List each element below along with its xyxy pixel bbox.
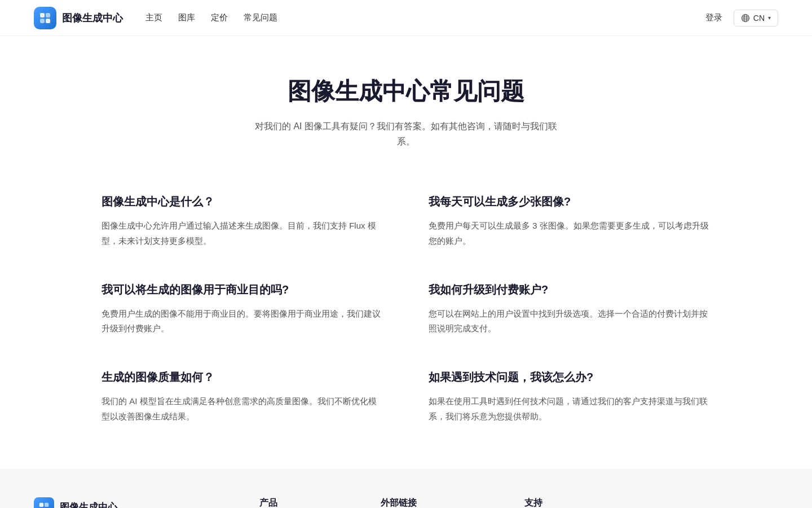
footer-col-support-title: 支持 (524, 497, 589, 508)
svg-rect-0 (40, 13, 45, 17)
footer-brand: 图像生成中心 使用 AI 创建无限视觉，只需输入您的想法，即可在几秒内生成独特且… (34, 497, 226, 508)
hero-description: 对我们的 AI 图像工具有疑问？我们有答案。如有其他咨询，请随时与我们联系。 (248, 119, 564, 149)
svg-rect-1 (46, 13, 50, 17)
faq-section: 图像生成中心是什么？ 图像生成中心允许用户通过输入描述来生成图像。目前，我们支持… (68, 183, 744, 469)
nav-right: 登录 CN ▾ (705, 10, 778, 27)
nav-links: 主页 图库 定价 常见问题 (145, 12, 277, 23)
faq-question-5: 如果遇到技术问题，我该怎么办? (429, 370, 710, 385)
faq-item-5: 如果遇到技术问题，我该怎么办? 如果在使用工具时遇到任何技术问题，请通过我们的客… (429, 370, 710, 424)
nav-gallery[interactable]: 图库 (178, 12, 195, 23)
faq-question-2: 我可以将生成的图像用于商业目的吗? (102, 282, 383, 297)
logo: 图像生成中心 (34, 7, 123, 29)
footer-col-external-title: 外部链接 (381, 497, 479, 508)
faq-question-1: 我每天可以生成多少张图像? (429, 194, 710, 209)
svg-rect-10 (45, 503, 48, 507)
faq-answer-2: 免费用户生成的图像不能用于商业目的。要将图像用于商业用途，我们建议升级到付费账户… (102, 306, 383, 336)
faq-answer-1: 免费用户每天可以生成最多 3 张图像。如果您需要更多生成，可以考虑升级您的账户。 (429, 218, 710, 248)
faq-question-0: 图像生成中心是什么？ (102, 194, 383, 209)
nav-faq[interactable]: 常见问题 (244, 12, 277, 23)
globe-icon (741, 14, 750, 23)
faq-item-1: 我每天可以生成多少张图像? 免费用户每天可以生成最多 3 张图像。如果您需要更多… (429, 194, 710, 248)
login-button[interactable]: 登录 (705, 12, 722, 23)
footer-logo-text: 图像生成中心 (60, 501, 117, 508)
faq-item-2: 我可以将生成的图像用于商业目的吗? 免费用户生成的图像不能用于商业目的。要将图像… (102, 282, 383, 336)
faq-item-3: 我如何升级到付费账户? 您可以在网站上的用户设置中找到升级选项。选择一个合适的付… (429, 282, 710, 336)
nav-home[interactable]: 主页 (145, 12, 162, 23)
hero-title: 图像生成中心常见问题 (11, 76, 801, 107)
logo-icon (34, 7, 56, 29)
nav-pricing[interactable]: 定价 (211, 12, 228, 23)
hero-section: 图像生成中心常见问题 对我们的 AI 图像工具有疑问？我们有答案。如有其他咨询，… (0, 36, 812, 183)
nav-left: 图像生成中心 主页 图库 定价 常见问题 (34, 7, 277, 29)
svg-rect-3 (46, 19, 50, 23)
faq-answer-5: 如果在使用工具时遇到任何技术问题，请通过我们的客户支持渠道与我们联系，我们将乐意… (429, 394, 710, 424)
faq-answer-4: 我们的 AI 模型旨在生成满足各种创意需求的高质量图像。我们不断优化模型以改善图… (102, 394, 383, 424)
footer: 图像生成中心 使用 AI 创建无限视觉，只需输入您的想法，即可在几秒内生成独特且… (0, 469, 812, 508)
faq-question-3: 我如何升级到付费账户? (429, 282, 710, 297)
svg-rect-2 (40, 19, 45, 23)
language-selector[interactable]: CN ▾ (734, 10, 778, 27)
navbar: 图像生成中心 主页 图库 定价 常见问题 登录 CN ▾ (0, 0, 812, 36)
footer-col-support: 支持 隐私政策 服务条款 lyqtzs@gmail.com (524, 497, 589, 508)
footer-col-external: 外部链接 AI Nav Hub Tools Directory Random A… (381, 497, 479, 508)
faq-answer-0: 图像生成中心允许用户通过输入描述来生成图像。目前，我们支持 Flux 模型，未来… (102, 218, 383, 248)
svg-rect-9 (39, 503, 43, 507)
footer-columns: 产品 Image Generator Hub 外部链接 AI Nav Hub T… (259, 497, 778, 508)
faq-item-0: 图像生成中心是什么？ 图像生成中心允许用户通过输入描述来生成图像。目前，我们支持… (102, 194, 383, 248)
footer-logo-icon (34, 497, 54, 508)
faq-question-4: 生成的图像质量如何？ (102, 370, 383, 385)
faq-answer-3: 您可以在网站上的用户设置中找到升级选项。选择一个合适的付费计划并按照说明完成支付… (429, 306, 710, 336)
footer-col-products-title: 产品 (259, 497, 336, 508)
footer-logo: 图像生成中心 (34, 497, 226, 508)
lang-label: CN (753, 14, 765, 23)
chevron-down-icon: ▾ (768, 15, 771, 21)
faq-item-4: 生成的图像质量如何？ 我们的 AI 模型旨在生成满足各种创意需求的高质量图像。我… (102, 370, 383, 424)
footer-col-products: 产品 Image Generator Hub (259, 497, 336, 508)
logo-text: 图像生成中心 (62, 11, 123, 25)
